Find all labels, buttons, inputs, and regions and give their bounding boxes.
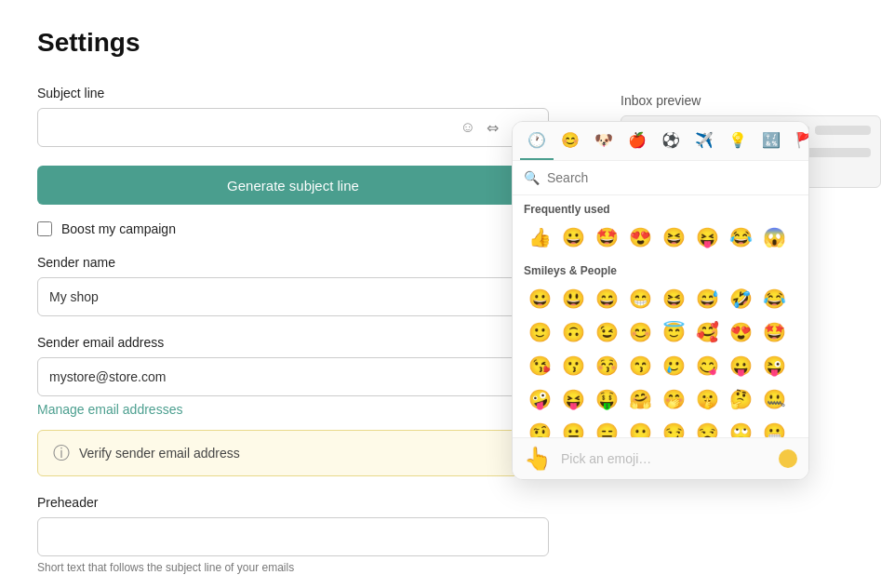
emoji-search-wrap: 🔍 [513,161,808,195]
preheader-label: Preheader [37,495,844,510]
emoji-item[interactable]: 😝 [557,383,589,415]
emoji-item[interactable]: 🥲 [658,350,689,381]
preheader-input[interactable] [37,517,549,556]
emoji-item[interactable]: 🙃 [557,316,589,348]
emoji-item[interactable]: 😏 [658,417,689,437]
emoji-item[interactable]: 🤩 [758,316,790,348]
emoji-item[interactable]: 🤨 [524,417,555,437]
sender-name-input[interactable] [37,277,549,316]
emoji-tab-symbols[interactable]: 🔣 [754,122,788,160]
emoji-item[interactable]: 😗 [557,350,589,381]
preview-bar-2 [815,126,871,135]
emoji-footer: 👆 Pick an emoji… [513,437,808,479]
emoji-item[interactable]: 😆 [658,283,689,314]
subject-line-icons: ☺ ⇔ [459,117,501,139]
preheader-input-wrap [37,517,844,556]
warning-icon: ⓘ [53,442,70,464]
emoji-tab-animals[interactable]: 🐶 [587,122,621,160]
emoji-item[interactable]: 😃 [557,283,589,314]
preheader-helper: Short text that follows the subject line… [37,561,844,574]
emoji-item[interactable]: 😅 [691,283,723,314]
emoji-item[interactable]: 🤔 [725,383,756,415]
emoji-item[interactable]: 😄 [591,283,622,314]
smileys-label: Smileys & People [524,264,797,277]
emoji-item[interactable]: 🤐 [758,383,790,415]
emoji-item[interactable]: 🙄 [725,417,756,437]
emoji-item[interactable]: 🤣 [725,283,756,314]
warning-text: Verify sender email address [79,446,240,461]
emoji-tab-activities[interactable]: ⚽ [654,122,687,160]
emoji-tab-objects[interactable]: 💡 [721,122,754,160]
emoji-item[interactable]: 😝 [691,221,723,253]
emoji-item[interactable]: 🤫 [691,383,723,415]
emoji-item[interactable]: 😉 [591,316,622,348]
boost-campaign-checkbox[interactable] [37,221,52,236]
page-title: Settings [37,28,844,58]
emoji-item[interactable]: 😐 [557,417,589,437]
emoji-item[interactable]: 😁 [624,283,656,314]
emoji-item[interactable]: 🤭 [658,383,689,415]
emoji-tab-flags[interactable]: 🚩 [788,122,809,160]
emoji-button[interactable]: ☺ [459,117,477,138]
emoji-item[interactable]: 😊 [624,316,656,348]
merge-tags-button[interactable]: ⇔ [485,117,501,139]
boost-campaign-label: Boost my campaign [61,221,176,236]
emoji-item[interactable]: 😶 [624,417,656,437]
emoji-tab-food[interactable]: 🍎 [621,122,654,160]
emoji-tab-travel[interactable]: ✈️ [687,122,721,160]
sender-email-input[interactable] [37,357,549,396]
emoji-footer-placeholder: Pick an emoji… [561,451,769,466]
verify-email-warning: ⓘ Verify sender email address [37,430,549,476]
emoji-tabs: 🕐 😊 🐶 🍎 ⚽ ✈️ 💡 🔣 🚩 [513,122,808,161]
frequently-used-grid: 👍😀🤩😍😆😝😂😱 [524,221,797,253]
emoji-item[interactable]: 🤑 [591,383,622,415]
emoji-item[interactable]: 😂 [758,283,790,314]
emoji-item[interactable]: 😛 [725,350,756,381]
emoji-item[interactable]: 🥰 [691,316,723,348]
frequently-used-label: Frequently used [524,203,797,216]
emoji-item[interactable]: 😀 [557,221,589,253]
search-icon: 🔍 [524,170,540,185]
emoji-item[interactable]: 😑 [591,417,622,437]
generate-subject-line-button[interactable]: Generate subject line [37,166,549,205]
emoji-item[interactable]: 😙 [624,350,656,381]
emoji-item[interactable]: 😍 [624,221,656,253]
emoji-item[interactable]: 😀 [524,283,555,314]
emoji-footer-preview: 👆 [524,446,552,472]
emoji-picker: 🕐 😊 🐶 🍎 ⚽ ✈️ 💡 🔣 🚩 🔍 Frequently used 👍😀🤩… [512,121,809,480]
emoji-item[interactable]: 😱 [758,221,790,253]
smileys-section: Smileys & People 😀😃😄😁😆😅🤣😂🙂🙃😉😊😇🥰😍🤩😘😗😚😙🥲😋😛… [513,257,808,437]
emoji-item[interactable]: 😜 [758,350,790,381]
emoji-item[interactable]: 🤪 [524,383,555,415]
emoji-item[interactable]: 😬 [758,417,790,437]
emoji-item[interactable]: 🤩 [591,221,622,253]
emoji-search-input[interactable] [547,170,797,185]
emoji-item[interactable]: 😚 [591,350,622,381]
preheader-group: Preheader Short text that follows the su… [37,495,844,574]
inbox-preview-label: Inbox preview [621,93,881,108]
emoji-item[interactable]: 🙂 [524,316,555,348]
emoji-item[interactable]: 😇 [658,316,689,348]
emoji-tab-smileys[interactable]: 😊 [554,122,587,160]
emoji-tab-recent[interactable]: 🕐 [520,122,554,160]
emoji-scroll-area: Frequently used 👍😀🤩😍😆😝😂😱 Smileys & Peopl… [513,195,808,437]
emoji-item[interactable]: 😆 [658,221,689,253]
emoji-item[interactable]: 😘 [524,350,555,381]
emoji-item[interactable]: 😍 [725,316,756,348]
emoji-item[interactable]: 😂 [725,221,756,253]
frequently-used-section: Frequently used 👍😀🤩😍😆😝😂😱 [513,195,808,257]
emoji-item[interactable]: 🤗 [624,383,656,415]
emoji-item[interactable]: 👍 [524,221,555,253]
emoji-item[interactable]: 😒 [691,417,723,437]
smileys-grid: 😀😃😄😁😆😅🤣😂🙂🙃😉😊😇🥰😍🤩😘😗😚😙🥲😋😛😜🤪😝🤑🤗🤭🤫🤔🤐🤨😐😑😶😏😒🙄😬… [524,283,797,437]
emoji-skin-tone-selector[interactable] [779,449,797,468]
emoji-item[interactable]: 😋 [691,350,723,381]
